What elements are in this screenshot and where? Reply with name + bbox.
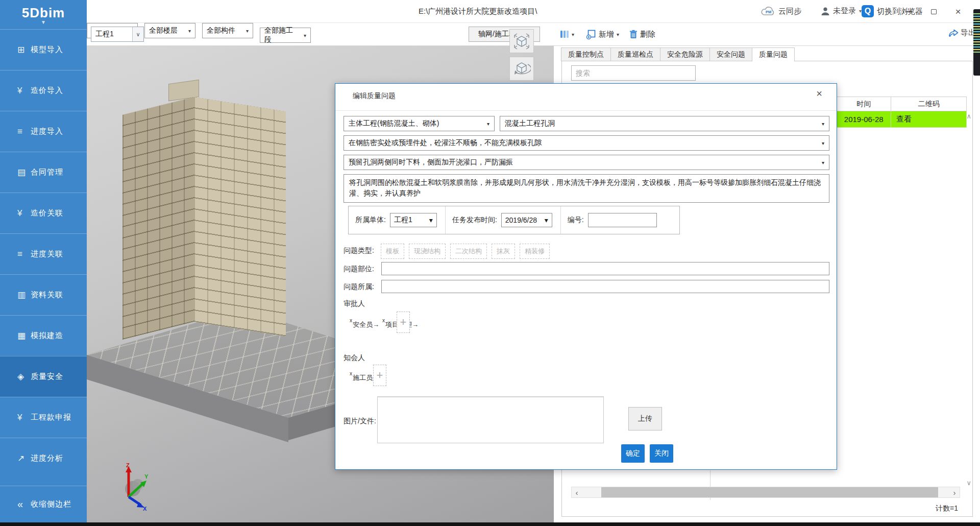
panel-tab-label: 质量控制点 [568,50,604,59]
prevent-measure-dropdown[interactable]: 预留孔洞两侧同时下料，侧面加开浇灌口，严防漏振 ▾ [344,155,829,170]
edit-quality-issue-dialog: 编辑质量问题 × 主体工程(钢筋混凝土、砌体) ▾ 混凝土工程孔洞 ▾ 在钢筋密… [335,83,837,470]
notify-label: 知会人 [344,353,365,363]
sidebar-item[interactable]: ▦ 模拟建造 [0,315,87,356]
type-chip-button[interactable]: 现浇结构 [409,244,446,259]
sidebar-collapse-button[interactable]: « 收缩侧边栏 [0,486,87,522]
maximize-button[interactable] [928,7,939,16]
panel-tab[interactable]: 安全危险源 [660,47,710,61]
edge-overlay-stripes [973,13,980,53]
minimize-icon [906,11,912,12]
panel-tab-label: 安全问题 [717,50,745,59]
unit-dropdown[interactable]: 工程1 ▾ [390,213,437,227]
sidebar-item[interactable]: ¥ 造价导入 [0,70,87,111]
close-window-button[interactable]: × [952,7,964,16]
file-drop-area[interactable] [377,396,604,443]
sidebar-item-icon: ¥ [17,86,31,96]
scrollbar-thumb[interactable] [601,487,938,497]
sidebar-item-icon: ▤ [17,167,31,178]
sidebar-item-icon: ◈ [17,371,31,382]
add-approver-button[interactable]: + [397,312,410,333]
panel-tab[interactable]: 安全问题 [709,47,752,61]
sidebar-item[interactable]: ▤ 合同管理 [0,152,87,193]
filter-dropdown-value: 全部楼层 [149,26,178,35]
scroll-right-icon[interactable]: › [949,488,960,497]
category-major-value: 主体工程(钢筋混凝土、砌体) [349,119,439,128]
task-info-group: 所属单体: 工程1 ▾ 任务发布时间: 2019/6/28 ▾ 编号: [348,206,680,234]
scroll-left-icon[interactable]: ‹ [572,488,582,497]
sidebar-item[interactable]: ◈ 质量安全 [0,356,87,397]
number-input[interactable] [588,213,657,227]
part-input[interactable] [381,262,829,275]
add-button[interactable]: 新增 ▾ [586,30,619,39]
panel-toolbar: ▾ 新增 ▾ 删除 [560,26,655,43]
title-bar: E:\广州港设计所大院更新改造项目\ PM 云同步 未登录 ▾ Q 切换到浏览器… [87,0,980,23]
filter-dropdown[interactable]: 全部构件 ▾ [202,23,253,38]
type-chip-button[interactable]: 模板 [381,244,404,259]
login-menu[interactable]: 未登录 ▾ [821,6,862,16]
search-input[interactable] [571,65,696,81]
project-select[interactable]: 工程1 ∨ [91,27,144,42]
scrollbar-track[interactable] [582,487,949,497]
dropdown-caret-icon: ▾ [429,216,433,224]
filter-dropdown[interactable]: 全部施工段 ▾ [260,28,311,43]
problem-desc-dropdown[interactable]: 在钢筋密实处或预埋件处，砼灌注不顺畅，不能充满模板孔隙 ▾ [344,135,829,151]
columns-caret-icon: ▾ [572,32,574,37]
sidebar-item[interactable]: ▥ 资料关联 [0,274,87,315]
dialog-close-icon[interactable]: × [816,88,822,100]
type-chip-button[interactable]: 精装修 [520,244,550,259]
confirm-button[interactable]: 确定 [621,444,645,463]
date-label: 任务发布时间: [452,216,497,225]
scroll-up-icon[interactable]: ∧ [966,112,971,120]
window-bottom-edge [0,522,980,526]
dialog-divider [335,110,837,111]
dropdown-caret-icon: ▾ [545,216,548,224]
cloud-sync-button[interactable]: PM 云同步 [761,6,801,16]
panel-tab-label: 质量巡检点 [618,50,653,59]
remove-chip-icon[interactable]: x [350,371,352,376]
type-chip-button[interactable]: 抹灰 [492,244,515,259]
columns-button[interactable]: ▾ [560,30,574,38]
belong-input[interactable] [381,280,829,293]
approver-chip[interactable]: x安全员→ [350,318,379,329]
sidebar-item[interactable]: ↗ 进度分析 [0,438,87,479]
export-button[interactable]: 导出 [948,28,976,38]
add-caret-icon: ▾ [617,32,619,37]
sidebar-item[interactable]: ¥ 工程款申报 [0,397,87,438]
orbit-cube-button[interactable] [509,57,534,81]
panel-tabs: 质量控制点质量巡检点安全危险源安全问题质量问题 [561,47,795,62]
qr-view-link[interactable]: 查看 [891,111,967,128]
filter-dropdown[interactable]: 全部楼层 ▾ [144,23,195,38]
minimize-button[interactable] [903,7,915,16]
scroll-down-icon[interactable]: ∨ [966,479,971,487]
sidebar-item[interactable]: ≡ 进度导入 [0,111,87,152]
app-logo[interactable]: 5Dbim ▼ [0,0,87,29]
zoom-extents-cube-button[interactable] [509,29,534,53]
edge-overlay-widget [973,9,980,76]
filter-dropdown-value: 全部构件 [207,26,235,35]
collapse-label: 收缩侧边栏 [31,499,71,509]
dialog-close-button[interactable]: 关闭 [650,444,673,463]
panel-tab[interactable]: 质量问题 [752,47,795,62]
sidebar-item[interactable]: ≡ 进度关联 [0,233,87,274]
category-major-dropdown[interactable]: 主体工程(钢筋混凝土、砌体) ▾ [344,116,495,131]
belong-label: 问题所属: [344,282,374,292]
delete-button[interactable]: 删除 [629,30,655,39]
treatment-textarea[interactable]: 将孔洞周围的松散混凝土和软弱浆膜凿除，并形成规则几何形状，用水清洗干净并充分湿润… [344,174,829,203]
dropdown-caret-icon: ▾ [822,121,824,127]
remove-chip-icon[interactable]: x [350,318,352,323]
add-notifier-button[interactable]: + [373,365,386,386]
file-label: 图片/文件: [344,417,376,426]
sidebar-item[interactable]: ⊞ 模型导入 [0,29,87,70]
date-dropdown[interactable]: 2019/6/28 ▾ [501,213,552,227]
building-tower-right-face [194,97,286,337]
category-minor-dropdown[interactable]: 混凝土工程孔洞 ▾ [500,116,829,131]
horizontal-scrollbar[interactable]: ‹ › [571,487,960,498]
sidebar-item-icon: ↗ [17,453,31,464]
panel-tab[interactable]: 质量控制点 [561,47,611,61]
remove-chip-icon[interactable]: x [382,318,385,323]
panel-tab[interactable]: 质量巡检点 [610,47,660,61]
type-chip-button[interactable]: 二次结构 [450,244,487,259]
sidebar-item[interactable]: ¥ 造价关联 [0,193,87,233]
unit-value: 工程1 [394,216,412,225]
upload-button[interactable]: 上传 [628,407,662,431]
